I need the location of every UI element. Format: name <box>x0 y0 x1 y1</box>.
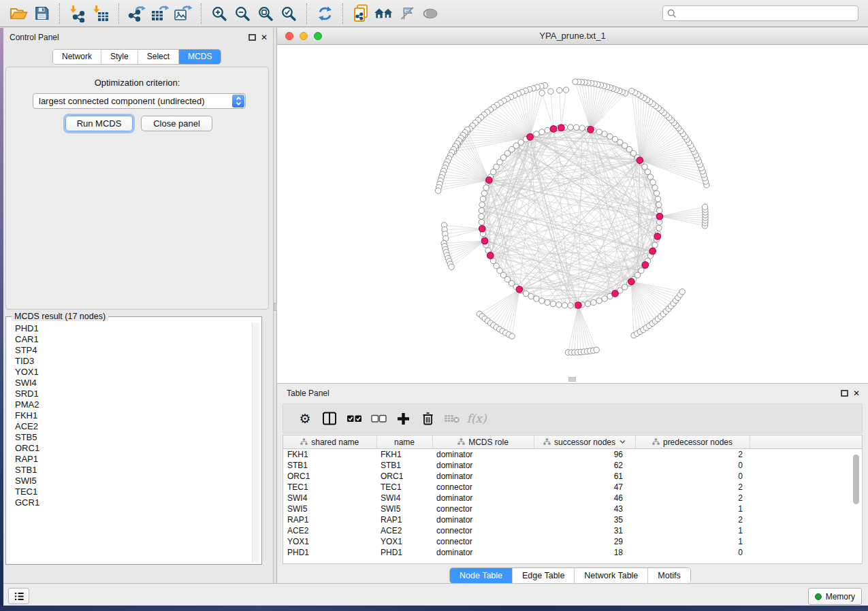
table-row[interactable]: STB1STB1dominator620 <box>283 460 863 471</box>
mcds-result-item[interactable]: CAR1 <box>15 334 252 345</box>
first-neighbors-icon[interactable] <box>372 3 396 24</box>
column-header-shared-name[interactable]: shared name <box>283 435 376 449</box>
network-graph[interactable] <box>277 45 868 383</box>
zoom-fit-icon[interactable] <box>254 3 277 24</box>
table-cell: 1 <box>635 503 750 514</box>
open-file-icon[interactable] <box>7 3 30 24</box>
main-toolbar <box>0 0 868 27</box>
mcds-result-item[interactable]: ORC1 <box>15 443 252 454</box>
tab-edge-table[interactable]: Edge Table <box>513 568 575 583</box>
table-cell: PHD1 <box>376 547 432 558</box>
import-table-icon[interactable] <box>89 3 112 24</box>
table-row[interactable]: SWI5SWI5connector431 <box>283 503 863 514</box>
desktop-wallpaper-strip <box>0 606 868 611</box>
network-snapshot-icon[interactable] <box>349 3 372 24</box>
table-panel-title: Table Panel <box>287 389 329 398</box>
table-cell: dominator <box>432 471 534 482</box>
select-all-icon[interactable] <box>342 406 366 431</box>
mcds-result-item[interactable]: PMA2 <box>15 399 252 410</box>
toolbar-separator <box>118 3 119 24</box>
function-builder-icon[interactable]: f(x) <box>464 406 489 431</box>
column-header-MCDS-role[interactable]: MCDS role <box>432 435 534 449</box>
tab-node-table[interactable]: Node Table <box>450 568 513 583</box>
mcds-result-item[interactable]: SWI4 <box>15 378 252 389</box>
settings-icon[interactable]: ⚙ <box>293 406 317 431</box>
mcds-result-item[interactable]: STB1 <box>15 465 252 476</box>
network-window-titlebar[interactable]: YPA_prune.txt_1 <box>277 28 868 45</box>
float-panel-button[interactable] <box>839 389 849 397</box>
table-row[interactable]: SWI4SWI4dominator462 <box>283 493 863 503</box>
table-panel-header: Table Panel ✕ <box>277 384 868 401</box>
table-row[interactable]: ORC1ORC1dominator610 <box>283 471 863 482</box>
network-canvas[interactable] <box>277 45 868 383</box>
add-column-icon[interactable] <box>391 406 415 431</box>
split-columns-icon[interactable] <box>317 406 342 431</box>
column-header-successor-nodes[interactable]: successor nodes <box>534 435 635 449</box>
mcds-result-item[interactable]: STB5 <box>15 432 252 443</box>
hide-flagged-icon[interactable] <box>396 3 419 24</box>
export-network-icon[interactable] <box>125 3 148 24</box>
mcds-result-item[interactable]: TEC1 <box>15 486 252 497</box>
mcds-list-scrollbar[interactable] <box>252 323 259 562</box>
float-panel-button[interactable] <box>247 33 257 42</box>
mcds-result-item[interactable]: STP4 <box>15 345 252 356</box>
table-scrollbar[interactable] <box>853 451 861 560</box>
table-row[interactable]: YOX1YOX1connector291 <box>283 536 863 547</box>
table-cell-filler <box>750 525 863 536</box>
tab-mcds[interactable]: MCDS <box>179 50 221 64</box>
mcds-result-item[interactable]: SWI5 <box>15 476 252 486</box>
close-panel-button[interactable]: ✕ <box>852 389 861 397</box>
table-cell: 0 <box>635 471 750 482</box>
mcds-result-item[interactable]: TID3 <box>15 356 252 367</box>
mcds-result-item[interactable]: ACE2 <box>15 421 252 432</box>
table-cell: connector <box>432 503 534 514</box>
table-cell: 2 <box>635 493 750 503</box>
mcds-result-item[interactable]: RAP1 <box>15 454 252 465</box>
export-table-icon[interactable] <box>148 3 172 24</box>
refresh-icon[interactable] <box>313 3 336 24</box>
delete-table-icon[interactable] <box>440 406 464 431</box>
tab-motifs[interactable]: Motifs <box>648 568 690 583</box>
export-image-icon[interactable] <box>172 3 195 24</box>
tab-style[interactable]: Style <box>101 50 138 64</box>
memory-button[interactable]: Memory <box>808 588 862 605</box>
table-row[interactable]: ACE2ACE2connector311 <box>283 525 863 536</box>
table-scrollbar-thumb[interactable] <box>853 455 859 504</box>
import-network-icon[interactable] <box>66 3 89 24</box>
control-panel-header: Control Panel ✕ <box>3 28 273 46</box>
run-mcds-button[interactable]: Run MCDS <box>65 116 133 131</box>
task-history-button[interactable] <box>8 588 29 604</box>
zoom-in-icon[interactable] <box>208 3 231 24</box>
zoom-selected-icon[interactable] <box>277 3 300 24</box>
table-row[interactable]: RAP1RAP1dominator352 <box>283 514 863 525</box>
column-header-predecessor-nodes[interactable]: predecessor nodes <box>635 435 750 449</box>
tab-select[interactable]: Select <box>138 50 179 64</box>
zoom-out-icon[interactable] <box>231 3 254 24</box>
table-cell: 96 <box>534 449 635 461</box>
show-hidden-icon[interactable] <box>419 3 442 24</box>
criterion-select[interactable]: largest connected component (undirected) <box>33 93 246 109</box>
close-panel-button[interactable]: ✕ <box>259 33 269 42</box>
close-panel-button-mcds[interactable]: Close panel <box>141 116 212 131</box>
tab-network[interactable]: Network <box>53 50 101 64</box>
save-icon[interactable] <box>30 3 53 24</box>
optimization-criterion-label: Optimization criterion: <box>6 78 268 88</box>
table-row[interactable]: TEC1TEC1connector472 <box>283 482 863 493</box>
search-box[interactable] <box>662 5 858 21</box>
mcds-result-item[interactable]: YOX1 <box>15 367 252 378</box>
canvas-splitter-grip[interactable] <box>568 377 576 382</box>
delete-column-icon[interactable] <box>415 406 440 431</box>
table-panel: Table Panel ✕ ⚙ f(x) shared namenameMCDS… <box>277 383 868 583</box>
table-row[interactable]: PHD1PHD1dominator180 <box>283 547 863 558</box>
table-cell: SWI4 <box>283 493 376 503</box>
table-cell: ACE2 <box>376 525 432 536</box>
column-header-name[interactable]: name <box>376 435 432 449</box>
mcds-result-item[interactable]: SRD1 <box>15 389 252 399</box>
deselect-all-icon[interactable] <box>366 406 391 431</box>
mcds-result-item[interactable]: FKH1 <box>15 410 252 421</box>
search-input[interactable] <box>680 8 854 19</box>
mcds-result-item[interactable]: PHD1 <box>15 323 252 334</box>
table-row[interactable]: FKH1FKH1dominator962 <box>283 449 863 461</box>
mcds-result-item[interactable]: GCR1 <box>15 497 252 508</box>
tab-network-table[interactable]: Network Table <box>575 568 648 583</box>
